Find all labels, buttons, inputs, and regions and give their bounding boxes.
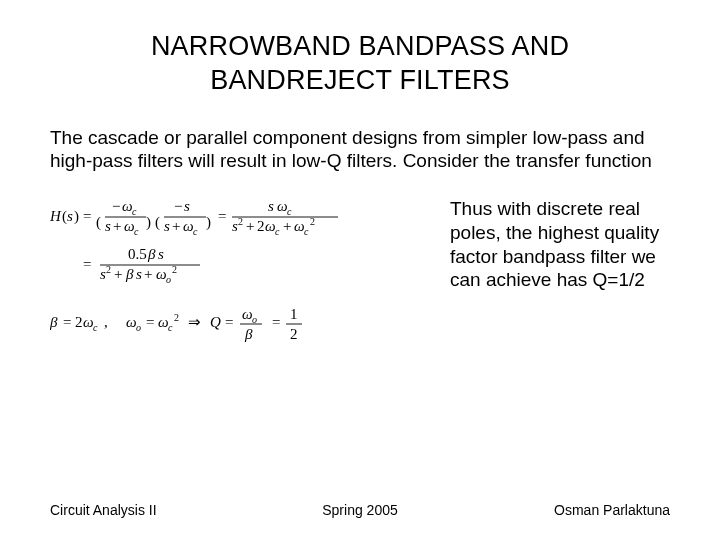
- svg-text:ω: ω: [126, 314, 137, 330]
- svg-text:o: o: [136, 322, 141, 333]
- footer-center: Spring 2005: [257, 502, 464, 518]
- svg-text:2: 2: [290, 326, 298, 342]
- svg-text:s: s: [67, 208, 73, 224]
- svg-text:ω: ω: [242, 306, 253, 322]
- svg-text:ω: ω: [124, 218, 135, 234]
- svg-text:ω: ω: [156, 266, 167, 282]
- side-paragraph: Thus with discrete real poles, the highe…: [450, 193, 680, 292]
- svg-text:−: −: [112, 198, 120, 214]
- svg-text:β: β: [125, 266, 134, 282]
- svg-text:): ): [146, 214, 151, 231]
- svg-text:o: o: [252, 314, 257, 325]
- svg-text:2: 2: [238, 216, 243, 227]
- svg-text:+: +: [283, 218, 291, 234]
- svg-text:⇒: ⇒: [188, 314, 201, 330]
- title-line-1: NARROWBAND BANDPASS AND: [151, 31, 569, 61]
- svg-text:c: c: [275, 226, 280, 237]
- svg-text:): ): [206, 214, 211, 231]
- svg-text:(: (: [96, 214, 101, 231]
- svg-text:c: c: [132, 206, 137, 217]
- content-row: .mi { font-family: 'Times New Roman', se…: [50, 193, 680, 357]
- svg-text:ω: ω: [265, 218, 276, 234]
- svg-text:=: =: [63, 314, 71, 330]
- svg-text:ω: ω: [277, 198, 288, 214]
- footer-right: Osman Parlaktuna: [463, 502, 670, 518]
- svg-text:2: 2: [174, 312, 179, 323]
- svg-text:2: 2: [257, 218, 265, 234]
- svg-text:ω: ω: [158, 314, 169, 330]
- svg-text:): ): [74, 208, 79, 225]
- svg-text:c: c: [134, 226, 139, 237]
- svg-text:β: β: [244, 326, 253, 342]
- svg-text:ω: ω: [183, 218, 194, 234]
- svg-text:s: s: [105, 218, 111, 234]
- svg-text:+: +: [114, 266, 122, 282]
- equations-block: .mi { font-family: 'Times New Roman', se…: [50, 193, 430, 357]
- svg-text:=: =: [83, 256, 91, 272]
- footer-left: Circuit Analysis II: [50, 502, 257, 518]
- svg-text:s: s: [184, 198, 190, 214]
- svg-text:s: s: [164, 218, 170, 234]
- svg-text:=: =: [146, 314, 154, 330]
- svg-text:−: −: [174, 198, 182, 214]
- slide: NARROWBAND BANDPASS AND BANDREJECT FILTE…: [0, 0, 720, 540]
- svg-text:0.5: 0.5: [128, 246, 147, 262]
- svg-text:,: ,: [104, 314, 108, 330]
- svg-text:Q: Q: [210, 314, 221, 330]
- title-line-2: BANDREJECT FILTERS: [210, 65, 510, 95]
- svg-text:2: 2: [75, 314, 83, 330]
- svg-text:+: +: [172, 218, 180, 234]
- svg-text:H: H: [50, 208, 62, 224]
- footer: Circuit Analysis II Spring 2005 Osman Pa…: [0, 502, 720, 518]
- svg-text:c: c: [168, 322, 173, 333]
- svg-text:=: =: [83, 208, 91, 224]
- svg-text:c: c: [93, 322, 98, 333]
- svg-text:s: s: [136, 266, 142, 282]
- svg-text:s: s: [158, 246, 164, 262]
- page-title: NARROWBAND BANDPASS AND BANDREJECT FILTE…: [110, 30, 610, 98]
- svg-text:2: 2: [172, 264, 177, 275]
- svg-text:(: (: [155, 214, 160, 231]
- svg-text:β: β: [147, 246, 156, 262]
- svg-text:ω: ω: [294, 218, 305, 234]
- svg-text:+: +: [144, 266, 152, 282]
- svg-text:1: 1: [290, 306, 298, 322]
- intro-paragraph: The cascade or parallel component design…: [50, 126, 670, 174]
- svg-text:ω: ω: [83, 314, 94, 330]
- svg-text:ω: ω: [122, 198, 133, 214]
- svg-text:β: β: [50, 314, 58, 330]
- svg-text:+: +: [113, 218, 121, 234]
- svg-text:c: c: [304, 226, 309, 237]
- svg-text:c: c: [193, 226, 198, 237]
- equation-svg: .mi { font-family: 'Times New Roman', se…: [50, 197, 430, 357]
- svg-text:2: 2: [310, 216, 315, 227]
- svg-text:=: =: [218, 208, 226, 224]
- svg-text:o: o: [166, 274, 171, 285]
- svg-text:=: =: [272, 314, 280, 330]
- svg-text:=: =: [225, 314, 233, 330]
- svg-text:c: c: [287, 206, 292, 217]
- svg-text:2: 2: [106, 264, 111, 275]
- svg-text:+: +: [246, 218, 254, 234]
- svg-text:s: s: [268, 198, 274, 214]
